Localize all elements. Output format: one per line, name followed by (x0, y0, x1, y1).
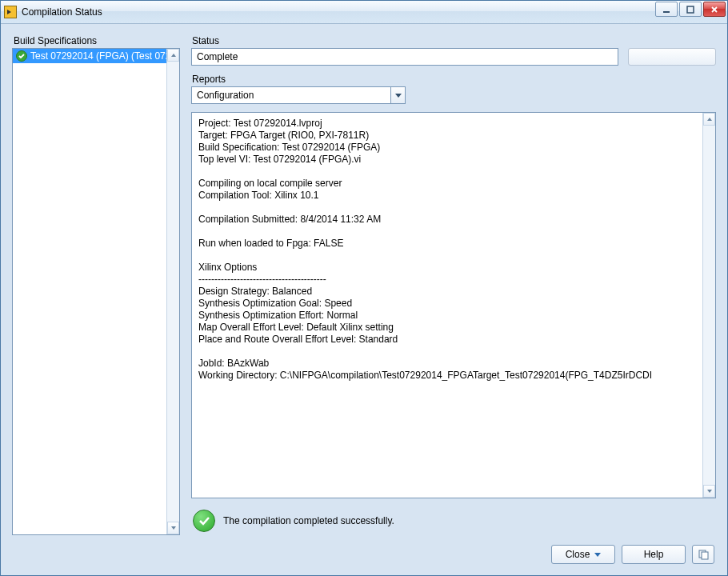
success-text: The compilation completed successfully. (223, 515, 394, 526)
svg-marker-4 (171, 54, 176, 57)
build-specifications-panel: Build Specifications Test 07292014 (FPGA… (12, 35, 180, 535)
success-check-icon (16, 50, 27, 62)
report-text-box[interactable]: Project: Test 07292014.lvproj Target: FP… (191, 112, 716, 498)
maximize-button[interactable] (679, 2, 702, 17)
chevron-down-icon (594, 553, 601, 557)
svg-rect-10 (702, 552, 708, 559)
blank-button[interactable] (628, 48, 716, 66)
chevron-up-icon (706, 116, 713, 122)
scroll-up-button[interactable] (703, 113, 715, 126)
window-title: Compilation Status (22, 6, 102, 18)
tree-item-selected[interactable]: Test 07292014 (FPGA) (Test 072920 (13, 49, 166, 63)
report-text[interactable]: Project: Test 07292014.lvproj Target: FP… (192, 113, 702, 498)
right-panel: Status Reports Project: Test 07 (191, 35, 716, 535)
copy-button[interactable] (692, 545, 714, 564)
chevron-down-icon (394, 91, 402, 99)
status-field[interactable] (191, 48, 618, 66)
close-button-label: Close (566, 549, 590, 560)
main-row: Build Specifications Test 07292014 (FPGA… (12, 35, 716, 535)
chevron-down-icon (170, 525, 177, 531)
dropdown-toggle[interactable] (390, 87, 405, 103)
svg-marker-6 (395, 94, 402, 98)
reports-dropdown[interactable] (191, 86, 406, 104)
tree-vertical-scrollbar[interactable] (166, 49, 179, 534)
tree-content[interactable]: Test 07292014 (FPGA) (Test 072920 (13, 49, 166, 534)
svg-rect-0 (663, 11, 670, 13)
compilation-status-window: Compilation Status Build Specifications (0, 0, 728, 576)
reports-label: Reports (191, 74, 716, 85)
minimize-icon (662, 6, 670, 14)
status-row: Status (191, 35, 716, 66)
reports-value[interactable] (192, 87, 390, 103)
reports-row: Reports (191, 74, 716, 104)
svg-marker-7 (707, 118, 712, 121)
chevron-down-icon (706, 488, 713, 494)
svg-marker-8 (707, 490, 712, 493)
tree-item-label: Test 07292014 (FPGA) (Test 072920 (30, 50, 166, 62)
compilation-success-message: The compilation completed successfully. (191, 506, 716, 535)
status-label: Status (191, 35, 618, 46)
help-button[interactable]: Help (622, 545, 686, 564)
close-icon (710, 6, 718, 14)
build-specifications-label: Build Specifications (12, 35, 180, 46)
window-controls (655, 2, 726, 17)
help-button-label: Help (644, 549, 664, 560)
minimize-button[interactable] (655, 2, 678, 17)
close-window-button[interactable] (703, 2, 726, 17)
report-vertical-scrollbar[interactable] (702, 113, 715, 498)
chevron-up-icon (170, 52, 177, 58)
copy-icon (698, 549, 709, 560)
client-area: Build Specifications Test 07292014 (FPGA… (1, 24, 727, 575)
scroll-up-button[interactable] (167, 49, 179, 62)
maximize-icon (686, 6, 694, 14)
scroll-down-button[interactable] (703, 485, 715, 498)
svg-marker-5 (171, 526, 176, 530)
app-icon (4, 6, 17, 18)
build-specifications-tree[interactable]: Test 07292014 (FPGA) (Test 072920 (12, 48, 180, 535)
success-icon (193, 510, 215, 532)
close-button[interactable]: Close (551, 545, 615, 564)
scroll-down-button[interactable] (167, 522, 179, 534)
svg-rect-1 (687, 6, 694, 13)
title-bar[interactable]: Compilation Status (1, 1, 727, 24)
dialog-buttons: Close Help (12, 545, 716, 564)
